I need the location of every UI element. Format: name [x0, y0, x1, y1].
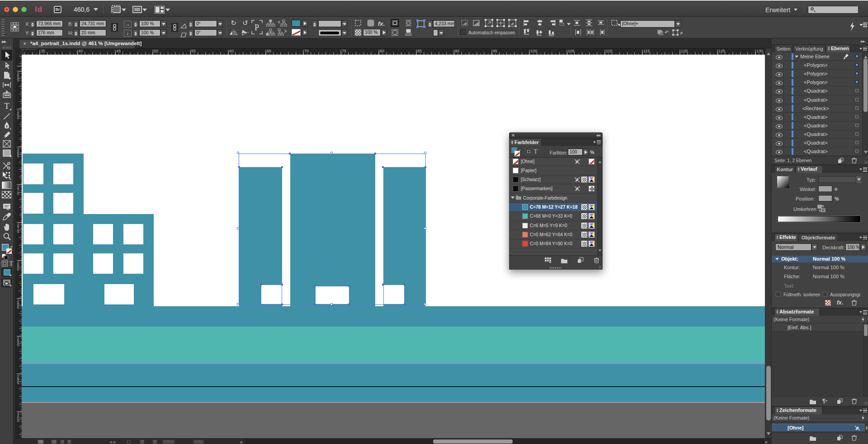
svg-text:P: P	[255, 23, 259, 32]
